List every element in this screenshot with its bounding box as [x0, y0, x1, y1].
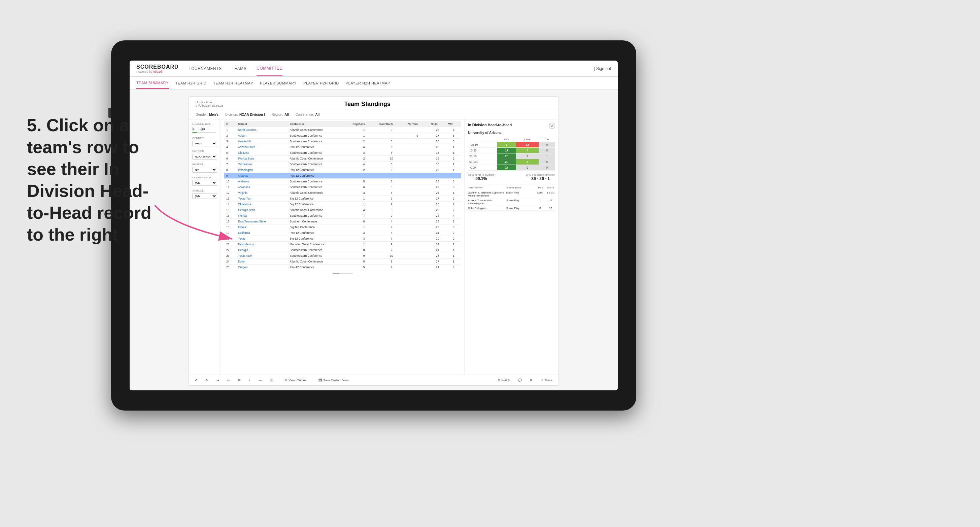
table-row[interactable]: 5 Ole Miss Southeastern Conference 3 6 1…	[224, 150, 461, 156]
h2h-header: In Division Head-to-Head ✕	[468, 123, 555, 129]
filter-region-value: All	[285, 113, 289, 116]
conference-select[interactable]: (All)	[192, 180, 217, 186]
gender-select[interactable]: Men's	[192, 141, 217, 146]
table-row[interactable]: 11 Arkansas Southeastern Conference 6 8 …	[224, 184, 461, 190]
school-section: School (All)	[192, 189, 217, 199]
sub-nav-team-h2h-grid[interactable]: TEAM H2H GRID	[175, 78, 207, 89]
cell-reg-rank: 4	[350, 162, 377, 167]
forward-button[interactable]: ⇥	[214, 378, 222, 383]
nav-committee[interactable]: COMMITTEE	[256, 61, 282, 76]
cell-no-tour	[406, 184, 429, 190]
t3-name: Cabo Collegiate	[468, 206, 505, 210]
table-row[interactable]: 6 Florida State Atlantic Coast Conferenc…	[224, 156, 461, 162]
cell-rnds: 21	[429, 265, 446, 270]
table-row[interactable]: 14 Oklahoma Big 12 Conference 1 9 26 2	[224, 202, 461, 207]
table-row[interactable]: 9 Arizona Pac-12 Conference	[224, 173, 461, 179]
cell-reg-rank: 1	[350, 224, 377, 230]
table-row[interactable]: 21 New Mexico Mountain West Conference 1…	[224, 241, 461, 248]
cell-rnds: 23	[429, 139, 446, 144]
grid-button[interactable]: ⊞	[235, 378, 243, 383]
table-row[interactable]: 1 North Carolina Atlantic Coast Conferen…	[224, 127, 461, 133]
table-row[interactable]: 16 Florida Southeastern Conference 7 9 2…	[224, 213, 461, 219]
h2h-tbody: Top 10 3 13 0 11-25 11 8 0 26-50 25 2 1 …	[468, 142, 555, 171]
h2h-close-button[interactable]: ✕	[549, 123, 555, 129]
table-row[interactable]: 17 East Tennessee State Southern Confere…	[224, 219, 461, 224]
t1-pos: Loss	[535, 191, 544, 197]
cell-win: 1	[446, 144, 461, 150]
t1-name: Jackson T. Stephens Cup Men's Match-Play…	[468, 191, 505, 197]
undo-button[interactable]: ↺	[192, 378, 200, 383]
table-row[interactable]: 3 Vanderbilt Southeastern Conference 2 8…	[224, 139, 461, 144]
sub-nav-team-summary[interactable]: TEAM SUMMARY	[136, 78, 169, 89]
school-select[interactable]: (All)	[192, 193, 217, 199]
table-row[interactable]: 12 Virginia Atlantic Coast Conference 3 …	[224, 190, 461, 196]
table-row[interactable]: 22 Georgia Southeastern Conference 8 7 2…	[224, 248, 461, 253]
table-row[interactable]: 18 Illinois Big Ten Conference 1 9 23 3	[224, 224, 461, 230]
min-rounds-range: -	[192, 127, 217, 131]
cell-reg-rank: 5	[350, 179, 377, 184]
watch-button[interactable]: 👁 Watch	[495, 378, 513, 383]
share-button[interactable]: ↗ Share	[538, 378, 555, 383]
sub-nav-player-summary[interactable]: PLAYER SUMMARY	[260, 78, 297, 89]
conference-filter-label: Conference	[192, 176, 217, 179]
h2h-row-label: 11-25	[468, 148, 497, 154]
h2h-col-tie: Tie	[539, 137, 555, 142]
cell-reg-rank: 3	[350, 236, 377, 241]
table-row[interactable]: 20 Texas Big 12 Conference 3 7 20 2	[224, 236, 461, 241]
cell-conference: Atlantic Coast Conference	[288, 259, 351, 265]
min-rounds-max-input[interactable]	[201, 127, 208, 131]
min-rounds-slider[interactable]	[192, 132, 216, 133]
table-row[interactable]: 19 California Pac-12 Conference 4 8 24 2	[224, 230, 461, 236]
table-row[interactable]: 4 Arizona State Pac-12 Conference 4 6 26…	[224, 144, 461, 150]
cell-reg-rank: 9	[350, 253, 377, 259]
redo-button[interactable]: ↻	[203, 378, 211, 383]
school-filter-label: School	[192, 189, 217, 192]
h2h-col-loss: Loss	[516, 137, 539, 142]
filter-gender: Gender: Men's	[196, 113, 218, 116]
table-row[interactable]: 10 Alabama Southeastern Conference 5 8 2…	[224, 179, 461, 184]
scroll-indicator[interactable]	[332, 273, 353, 274]
cell-rank: 3	[224, 139, 236, 144]
sub-nav-team-h2h-heatmap[interactable]: TEAM H2H HEATMAP	[213, 78, 253, 89]
table-row[interactable]: 24 Duke Atlantic Coast Conference 5 9 27…	[224, 259, 461, 265]
table-row[interactable]: 8 Washington Pac-12 Conference 2 8 23 1	[224, 167, 461, 173]
region-select[interactable]: N/A	[192, 167, 217, 173]
clock-button[interactable]: 🕐	[267, 378, 276, 383]
cell-rnds: 22	[429, 184, 446, 190]
table-row[interactable]: 13 Texas Tech Big 12 Conference 1 9 27 2	[224, 196, 461, 202]
grid2-button[interactable]: ⊞	[527, 378, 535, 383]
cell-win: 2	[446, 230, 461, 236]
cell-no-tour	[406, 144, 429, 150]
cell-conf-rank: 6	[377, 162, 406, 167]
save-custom-button[interactable]: 💾 Save Custom View	[316, 378, 352, 383]
sub-nav-player-h2h-grid[interactable]: PLAYER H2H GRID	[303, 78, 339, 89]
table-row[interactable]: 23 Texas A&M Southeastern Conference 9 1…	[224, 253, 461, 259]
table-row[interactable]: 15 Georgia Tech Atlantic Coast Conferenc…	[224, 207, 461, 213]
scissors-button[interactable]: ✂	[224, 378, 232, 383]
cell-no-tour	[406, 162, 429, 167]
min-rounds-min-input[interactable]	[192, 127, 199, 131]
cell-conf-rank: 9	[377, 202, 406, 207]
instruction-text: 5. Click on a team's row to see their In…	[27, 114, 155, 246]
arrow-annotation	[145, 198, 259, 259]
nav-sign-out[interactable]: | Sign out	[594, 66, 611, 71]
plus-button[interactable]: +	[246, 378, 253, 383]
h2h-record-label: W-L-T record in-division:	[526, 173, 555, 176]
dash-button[interactable]: —	[256, 378, 264, 383]
cell-rnds: 23	[429, 179, 446, 184]
table-row[interactable]: 25 Oregon Pac-12 Conference 5 7 21 0	[224, 265, 461, 270]
t3-score: 17	[546, 206, 555, 210]
view-original-button[interactable]: 👁 View: Original	[282, 378, 310, 383]
nav-teams[interactable]: TEAMS	[232, 62, 247, 76]
division-select[interactable]: NCAA Division I	[192, 154, 217, 160]
comment-button[interactable]: 💬	[515, 378, 525, 383]
nav-tournaments[interactable]: TOURNAMENTS	[189, 62, 222, 76]
filter-division: Division: NCAA Division I	[225, 113, 265, 116]
t3-pos: 11	[535, 206, 544, 210]
table-row[interactable]: 7 Tennessee Southeastern Conference 4 6 …	[224, 162, 461, 167]
cell-conf-rank: 9	[377, 224, 406, 230]
cell-no-tour	[406, 207, 429, 213]
cell-win: 2	[446, 196, 461, 202]
sub-nav-player-h2h-heatmap[interactable]: PLAYER H2H HEATMAP	[346, 78, 390, 89]
table-row[interactable]: 2 Auburn Southeastern Conference 1 9 27 …	[224, 133, 461, 139]
